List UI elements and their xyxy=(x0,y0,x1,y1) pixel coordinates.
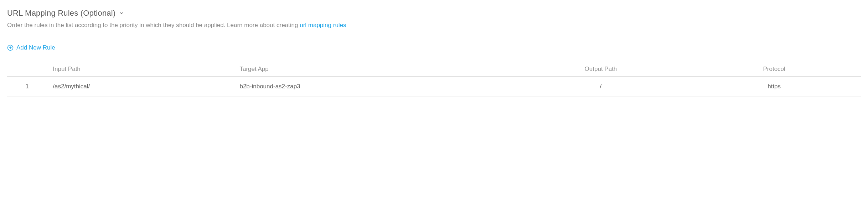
col-header-index xyxy=(7,62,47,77)
col-header-protocol: Protocol xyxy=(687,62,861,77)
cell-target-app: b2b-inbound-as2-zap3 xyxy=(234,76,514,97)
col-header-output-path: Output Path xyxy=(514,62,688,77)
col-header-target-app: Target App xyxy=(234,62,514,77)
rules-table: Input Path Target App Output Path Protoc… xyxy=(7,62,861,97)
cell-output-path: / xyxy=(514,76,688,97)
description-text: Order the rules in the list according to… xyxy=(7,22,300,28)
cell-protocol: https xyxy=(687,76,861,97)
section-header[interactable]: URL Mapping Rules (Optional) xyxy=(7,9,861,18)
add-new-rule-button[interactable]: Add New Rule xyxy=(7,44,55,51)
table-row[interactable]: 1 /as2/mythical/ b2b-inbound-as2-zap3 / … xyxy=(7,76,861,97)
chevron-down-icon xyxy=(119,11,124,16)
section-title: URL Mapping Rules (Optional) xyxy=(7,9,115,18)
section-description: Order the rules in the list according to… xyxy=(7,21,861,30)
col-header-input-path: Input Path xyxy=(47,62,234,77)
table-header-row: Input Path Target App Output Path Protoc… xyxy=(7,62,861,77)
url-mapping-rules-link[interactable]: url mapping rules xyxy=(300,22,346,28)
cell-input-path: /as2/mythical/ xyxy=(47,76,234,97)
cell-index: 1 xyxy=(7,76,47,97)
plus-circle-icon xyxy=(7,45,14,51)
add-new-rule-label: Add New Rule xyxy=(16,44,55,51)
